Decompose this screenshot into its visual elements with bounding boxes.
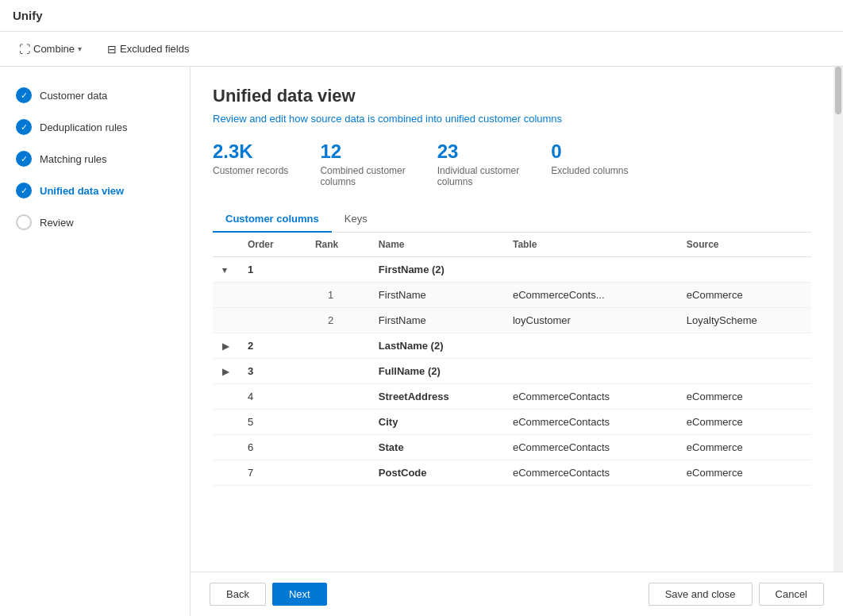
col-header-source: Source [677,233,811,257]
table-row-state: 6 State eCommerceContacts eCommerce [213,434,811,460]
tab-customer-columns[interactable]: Customer columns [213,206,332,233]
table-row-firstname-1: 1 FirstName eCommerceConts... eCommerce [213,282,811,307]
sidebar-item-unified-data-view[interactable]: Unified data view [0,175,190,206]
order-cell-postcode: 7 [238,460,306,485]
expand-cell-state [213,434,238,460]
sidebar-label-matching-rules: Matching rules [40,153,107,165]
table-cell-fn1: eCommerceConts... [503,282,677,307]
page-content: Unified data view Review and edit how so… [191,67,833,572]
name-cell-firstname: FirstName (2) [369,256,503,282]
table-row-postcode: 7 PostCode eCommerceContacts eCommerce [213,460,811,485]
stat-excluded-columns: 0 Excluded columns [551,141,628,187]
source-cell-fn1: eCommerce [677,282,811,307]
content-area: Unified data view Review and edit how so… [191,67,843,616]
scrollbar-track[interactable] [833,67,843,572]
rank-cell-street [306,383,369,409]
stat-value-individual-columns: 23 [437,141,459,164]
footer-left: Back Next [210,583,327,606]
table-row-lastname-group: ▶ 2 LastName (2) [213,333,811,358]
top-bar: Unify [0,0,843,32]
stat-value-customer-records: 2.3K [213,141,253,164]
page-subtitle: Review and edit how source data is combi… [213,113,811,125]
app-title: Unify [13,9,43,22]
chevron-down-icon: ▾ [78,44,82,53]
excluded-fields-icon: ⊟ [107,43,117,56]
sidebar-label-review: Review [40,217,74,229]
expand-cell-firstname[interactable]: ▾ [213,256,238,282]
expand-cell-fullname[interactable]: ▶ [213,358,238,383]
sidebar-item-matching-rules[interactable]: Matching rules [0,143,190,175]
sidebar-check-customer-data [16,87,32,103]
source-cell-fullname [677,358,811,383]
table-row-fullname-group: ▶ 3 FullName (2) [213,358,811,383]
stat-value-excluded-columns: 0 [551,141,561,164]
source-cell-lastname [677,333,811,358]
rank-cell-postcode [306,460,369,485]
table-cell-street: eCommerceContacts [503,383,677,409]
order-cell-firstname: 1 [238,256,306,282]
tab-keys[interactable]: Keys [332,206,380,233]
next-button[interactable]: Next [272,583,327,606]
expand-cell-lastname[interactable]: ▶ [213,333,238,358]
name-cell-lastname: LastName (2) [369,333,503,358]
sidebar-item-review[interactable]: Review [0,206,190,238]
stats-row: 2.3K Customer records 12 Combined custom… [213,141,811,187]
sidebar-item-customer-data[interactable]: Customer data [0,79,190,111]
excluded-fields-label: Excluded fields [120,43,189,55]
expand-cell-street [213,383,238,409]
expand-icon-lastname[interactable]: ▶ [222,341,229,351]
order-cell-fullname: 3 [238,358,306,383]
scrollbar-thumb[interactable] [835,67,841,114]
save-close-button[interactable]: Save and close [649,583,753,606]
combine-label: Combine [33,43,75,55]
expand-icon-fullname[interactable]: ▶ [222,367,229,376]
rank-cell-fn2: 2 [306,307,369,333]
cancel-button[interactable]: Cancel [759,583,824,606]
name-cell-city: City [369,409,503,434]
col-header-expand [213,233,238,257]
sidebar-item-deduplication-rules[interactable]: Deduplication rules [0,111,190,143]
rank-cell-fn1: 1 [306,282,369,307]
stat-individual-columns: 23 Individual customer columns [437,141,519,187]
footer-right: Save and close Cancel [649,583,824,606]
toolbar: ⛶ Combine ▾ ⊟ Excluded fields [0,32,843,67]
source-cell-street: eCommerce [677,383,811,409]
combine-button[interactable]: ⛶ Combine ▾ [13,40,88,59]
source-cell-city: eCommerce [677,409,811,434]
order-cell-lastname: 2 [238,333,306,358]
rank-cell-fullname [306,358,369,383]
table-row-firstname-group: ▾ 1 FirstName (2) [213,256,811,282]
stat-label-excluded-columns: Excluded columns [551,165,628,176]
sidebar: Customer data Deduplication rules Matchi… [0,67,191,616]
source-cell-firstname [677,256,811,282]
tabs-bar: Customer columns Keys [213,206,811,233]
name-cell-fn1: FirstName [369,282,503,307]
table-row-streetaddress: 4 StreetAddress eCommerceContacts eComme… [213,383,811,409]
table-row-firstname-2: 2 FirstName loyCustomer LoyaltyScheme [213,307,811,333]
back-button[interactable]: Back [210,583,266,606]
table-cell-fullname [503,358,677,383]
name-cell-postcode: PostCode [369,460,503,485]
name-cell-fn2: FirstName [369,307,503,333]
name-cell-state: State [369,434,503,460]
name-cell-fullname: FullName (2) [369,358,503,383]
col-header-rank: Rank [306,233,369,257]
col-header-table: Table [503,233,677,257]
rank-cell-city [306,409,369,434]
table-cell-postcode: eCommerceContacts [503,460,677,485]
stat-combined-columns: 12 Combined customer columns [320,141,405,187]
expand-cell-city [213,409,238,434]
rank-cell-firstname [306,256,369,282]
stat-customer-records: 2.3K Customer records [213,141,288,187]
sidebar-check-deduplication-rules [16,119,32,135]
table-cell-state: eCommerceContacts [503,434,677,460]
content-wrapper: Unified data view Review and edit how so… [191,67,843,572]
source-cell-fn2: LoyaltyScheme [677,307,811,333]
footer: Back Next Save and close Cancel [191,572,843,616]
sidebar-check-review [16,214,32,230]
excluded-fields-button[interactable]: ⊟ Excluded fields [101,40,195,59]
order-cell-state: 6 [238,434,306,460]
order-cell-city: 5 [238,409,306,434]
expand-icon-firstname[interactable]: ▾ [222,265,227,275]
combine-icon: ⛶ [19,43,30,56]
